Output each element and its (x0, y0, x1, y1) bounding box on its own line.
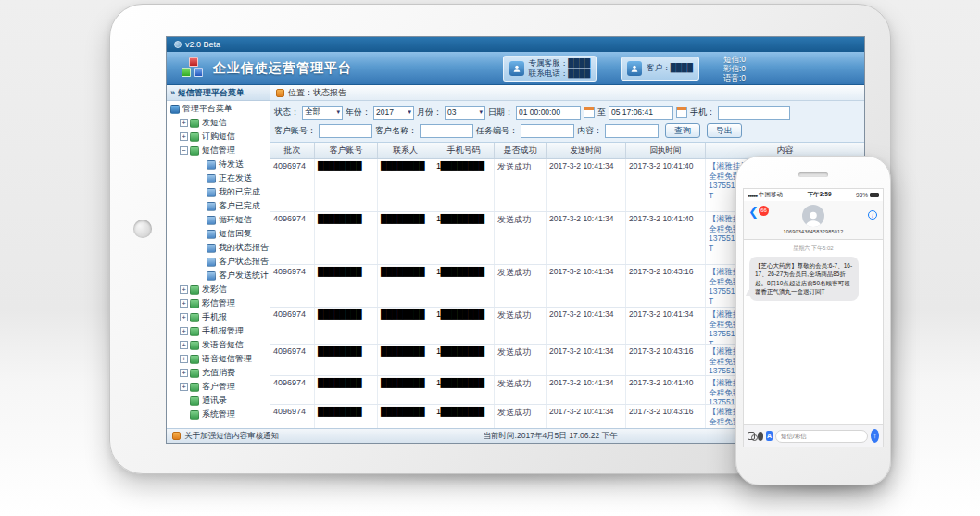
table-cell: 1████████ (433, 212, 495, 264)
tree-item[interactable]: +订购短信 (167, 130, 270, 144)
tree-item-label: 订购短信 (202, 131, 235, 143)
month-select[interactable]: 03▾ (445, 106, 485, 120)
tree-spacer (196, 202, 205, 210)
emoji-icon[interactable] (758, 432, 763, 441)
tree-item-label: 发彩信 (202, 283, 227, 296)
expand-icon[interactable]: + (180, 299, 188, 308)
tree-item[interactable]: −短信管理 (167, 144, 270, 157)
column-header[interactable]: 发送时间 (547, 143, 626, 158)
tree-item[interactable]: 正在发送 (167, 171, 270, 185)
header-counters: 短信:0彩信:0语音:0 (723, 55, 746, 82)
folder-icon (207, 271, 216, 281)
table-cell: 2017-3-2 10:41:40 (626, 159, 706, 211)
expand-icon[interactable]: + (180, 369, 188, 377)
tree-item[interactable]: +发彩信 (167, 283, 270, 296)
contact-avatar[interactable] (802, 205, 824, 227)
mail-icon (190, 119, 199, 128)
tablet-camera (133, 220, 152, 238)
expand-icon[interactable]: + (180, 119, 188, 127)
filter-row-2: 客户账号： 客户名称： 任务编号： 内容： 查询 导出 (274, 121, 861, 140)
column-header[interactable]: 手机号码 (433, 143, 495, 158)
tree-item[interactable]: +语音短信管理 (167, 352, 270, 366)
expand-icon[interactable]: + (180, 327, 188, 335)
tree-item[interactable]: 管理平台菜单 (167, 102, 270, 116)
input-method-icon[interactable]: A (766, 431, 773, 441)
tree-item[interactable]: 客户已完成 (167, 199, 270, 213)
status-select[interactable]: 全部▾ (302, 106, 343, 120)
export-button[interactable]: 导出 (707, 123, 742, 138)
tree-item[interactable]: +手机报管理 (167, 324, 270, 338)
tree-item[interactable]: 我的已完成 (167, 185, 270, 199)
tree-item-label: 系统管理 (202, 409, 235, 421)
calendar-icon[interactable] (584, 107, 595, 118)
tree-item[interactable]: +手机报 (167, 310, 270, 324)
collapse-sidebar-icon[interactable]: » (170, 88, 175, 97)
content-input[interactable] (605, 124, 659, 138)
phone-input[interactable] (718, 106, 790, 120)
tree-spacer (196, 174, 205, 182)
tree-item[interactable]: 我的状态报告 (167, 241, 270, 255)
table-cell: ████████ (315, 405, 378, 428)
tree-item[interactable]: +发语音短信 (167, 338, 270, 352)
back-chevron-icon[interactable]: ❮ (748, 207, 759, 218)
calendar-icon[interactable] (676, 107, 687, 118)
notice-link[interactable]: 关于加强短信内容审核通知 (184, 431, 279, 442)
year-label: 年份： (346, 107, 371, 119)
tree-item[interactable]: +发短信 (167, 116, 270, 130)
folder-icon (207, 244, 216, 253)
expand-icon[interactable]: + (180, 132, 188, 141)
expand-icon[interactable]: + (180, 341, 188, 349)
tree-item[interactable]: 通讯录 (167, 394, 270, 408)
customer-box: 客户：████ (621, 57, 699, 81)
messages-nav-bar: ❮ 66 10690343645832985012 i (744, 201, 883, 240)
tree-item[interactable]: +客户管理 (167, 380, 270, 394)
query-button[interactable]: 查询 (665, 123, 700, 138)
table-cell: 2017-3-2 10:41:34 (547, 212, 626, 264)
task-number-input[interactable] (521, 124, 574, 138)
phone-clock: 下午3:59 (783, 191, 856, 199)
collapse-icon[interactable]: − (180, 146, 188, 155)
customer-name-input[interactable] (420, 124, 473, 138)
sidebar-tree: 管理平台菜单+发短信+订购短信−短信管理待发送正在发送我的已完成客户已完成循环短… (167, 101, 270, 428)
column-header[interactable]: 联系人 (378, 143, 433, 158)
tree-item-label: 短信回复 (219, 228, 252, 240)
counter: 短信:0 (723, 55, 746, 64)
tree-item-label: 循环短信 (219, 214, 252, 226)
tree-item[interactable]: +充值消费 (167, 366, 270, 380)
expand-icon[interactable]: + (180, 383, 188, 391)
tree-item[interactable]: 客户发送统计 (167, 269, 270, 283)
tree-item[interactable]: +彩信管理 (167, 296, 270, 310)
name-label: 客户名称： (375, 125, 417, 137)
year-select[interactable]: 2017▾ (373, 106, 414, 120)
tree-item[interactable]: 循环短信 (167, 213, 270, 227)
message-input[interactable] (775, 430, 868, 443)
chevron-down-icon: ▾ (408, 108, 411, 116)
expand-icon[interactable]: + (180, 313, 188, 321)
table-cell: ████████ (378, 405, 433, 428)
current-time: 当前时间:2017年4月5日 17:06:22 下午 (484, 431, 618, 442)
tree-item[interactable]: 短信回复 (167, 227, 270, 241)
table-cell: 4096974 (270, 159, 315, 211)
expand-icon[interactable]: + (180, 285, 188, 294)
tree-spacer (196, 244, 205, 252)
send-button[interactable]: ↑ (871, 429, 879, 443)
tree-item[interactable]: 待发送 (167, 157, 270, 171)
column-header[interactable]: 是否成功 (495, 143, 547, 158)
expand-icon[interactable]: + (180, 355, 188, 363)
date-to-input[interactable] (609, 106, 673, 120)
column-header[interactable]: 回执时间 (626, 143, 706, 158)
table-cell: 1████████ (433, 265, 495, 307)
table-cell: 2017-3-2 10:43:16 (626, 405, 706, 428)
camera-icon[interactable] (748, 432, 755, 440)
table-cell: ████████ (315, 265, 378, 307)
app-header: 企业信使运营管理平台 专属客服：████ 联系电话：████ (167, 52, 864, 85)
table-cell: ████████ (315, 376, 378, 404)
account-input[interactable] (319, 124, 372, 138)
date-from-input[interactable] (516, 106, 581, 120)
column-header[interactable]: 客户账号 (315, 143, 378, 158)
column-header[interactable]: 批次 (270, 143, 315, 158)
logo-cube-blue (194, 68, 203, 77)
info-icon[interactable]: i (868, 210, 877, 220)
tree-item[interactable]: 系统管理 (167, 408, 270, 422)
tree-item[interactable]: 客户状态报告 (167, 255, 270, 269)
